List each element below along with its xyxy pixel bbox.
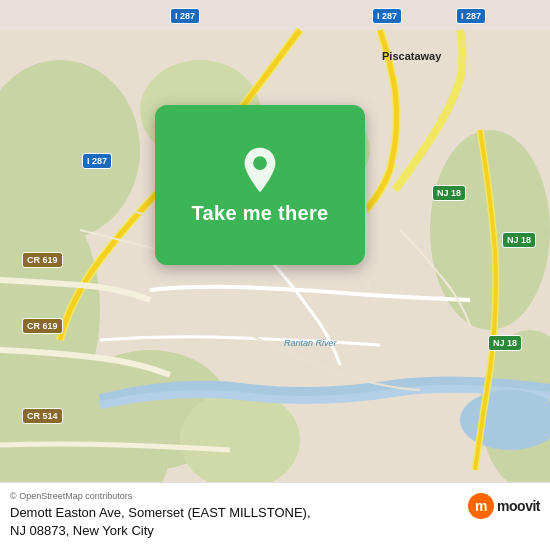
highway-shield-287-4: I 287 — [82, 153, 112, 169]
highway-shield-cr514: CR 514 — [22, 408, 63, 424]
bottom-info-bar: © OpenStreetMap contributors Demott East… — [0, 482, 550, 550]
svg-point-12 — [253, 156, 267, 170]
moovit-logo-letter: m — [468, 493, 494, 519]
highway-shield-287-1: I 287 — [170, 8, 200, 24]
highway-shield-287-2: I 287 — [372, 8, 402, 24]
svg-point-10 — [180, 390, 300, 490]
take-me-there-button[interactable]: Take me there — [192, 202, 329, 225]
moovit-logo[interactable]: m moovit — [468, 493, 540, 519]
highway-shield-cr619-1: CR 619 — [22, 252, 63, 268]
address-line2: NJ 08873, New York City — [10, 522, 311, 540]
map-container: I 287 I 287 I 287 I 287 NJ 18 NJ 18 NJ 1… — [0, 0, 550, 550]
navigation-card[interactable]: Take me there — [155, 105, 365, 265]
highway-shield-nj18-3: NJ 18 — [488, 335, 522, 351]
highway-shield-287-3: I 287 — [456, 8, 486, 24]
address-section: © OpenStreetMap contributors Demott East… — [10, 491, 311, 540]
moovit-logo-text: moovit — [497, 498, 540, 514]
river-label: Raritan River — [282, 338, 339, 348]
highway-shield-nj18-1: NJ 18 — [432, 185, 466, 201]
highway-shield-cr619-2: CR 619 — [22, 318, 63, 334]
location-pin-icon — [236, 146, 284, 194]
place-label-piscataway: Piscataway — [382, 50, 441, 62]
address-line1: Demott Easton Ave, Somerset (EAST MILLST… — [10, 504, 311, 522]
highway-shield-nj18-2: NJ 18 — [502, 232, 536, 248]
osm-credit: © OpenStreetMap contributors — [10, 491, 311, 501]
